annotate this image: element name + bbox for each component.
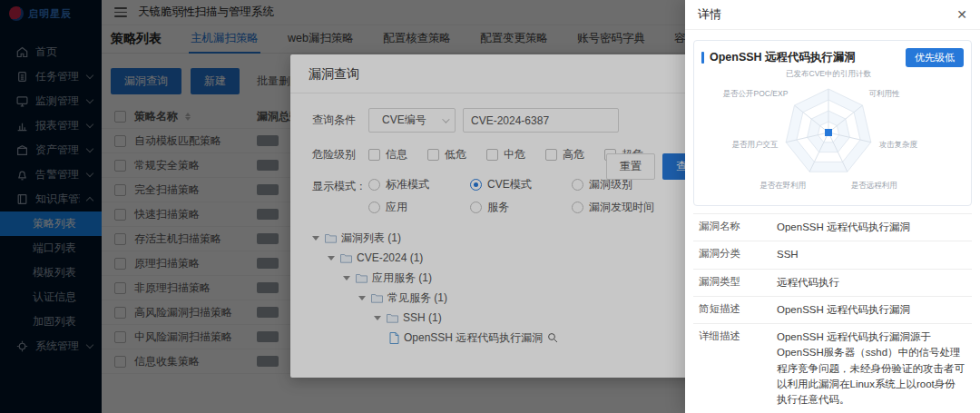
details-drawer: 详情 ✕ OpenSSH 远程代码执行漏洞 优先级低 已发布CVE中的引用计数可… <box>685 0 980 413</box>
svg-text:是否远程利用: 是否远程利用 <box>851 181 897 190</box>
screen: 启明星辰 首页任务管理监测管理报表管理资产管理告警管理知识库管理策略列表端口列表… <box>0 0 980 413</box>
detail-value: SSH <box>769 241 972 268</box>
detail-row: 简短描述OpenSSH 远程代码执行漏洞 <box>693 297 972 324</box>
detail-row: 漏洞分类SSH <box>693 241 972 269</box>
detail-row: 漏洞名称OpenSSH 远程代码执行漏洞 <box>693 214 972 241</box>
detail-value: OpenSSH 远程代码执行漏洞源于OpenSSH服务器（sshd）中的信号处理… <box>769 324 972 413</box>
vuln-card: OpenSSH 远程代码执行漏洞 优先级低 已发布CVE中的引用计数可利用性攻击… <box>693 40 972 206</box>
vuln-title: OpenSSH 远程代码执行漏洞 <box>710 50 900 65</box>
svg-text:是否用户交互: 是否用户交互 <box>731 140 779 149</box>
svg-text:是否公开POC/EXP: 是否公开POC/EXP <box>723 89 789 98</box>
svg-text:是否在野利用: 是否在野利用 <box>760 181 806 190</box>
detail-row: 漏洞类型远程代码执行 <box>693 270 972 297</box>
svg-text:可利用性: 可利用性 <box>869 89 901 98</box>
close-icon[interactable]: ✕ <box>956 8 967 21</box>
detail-label: 漏洞分类 <box>693 241 769 268</box>
detail-label: 漏洞类型 <box>693 270 769 296</box>
detail-label: 漏洞名称 <box>693 214 769 241</box>
detail-value: 远程代码执行 <box>769 270 972 296</box>
svg-text:攻击复杂度: 攻击复杂度 <box>879 140 918 149</box>
detail-label: 简短描述 <box>693 297 769 323</box>
details-table: 漏洞名称OpenSSH 远程代码执行漏洞漏洞分类SSH漏洞类型远程代码执行简短描… <box>693 213 972 413</box>
detail-label: 详细描述 <box>693 324 769 413</box>
drawer-title: 详情 <box>698 6 721 23</box>
detail-value: OpenSSH 远程代码执行漏洞 <box>769 214 972 241</box>
title-accent-bar <box>701 52 704 64</box>
detail-row: 详细描述OpenSSH 远程代码执行漏洞源于OpenSSH服务器（sshd）中的… <box>693 324 972 413</box>
svg-text:已发布CVE中的引用计数: 已发布CVE中的引用计数 <box>786 69 871 78</box>
priority-badge[interactable]: 优先级低 <box>906 48 964 67</box>
radar-chart: 已发布CVE中的引用计数可利用性攻击复杂度是否远程利用是否在野利用是否用户交互是… <box>701 67 964 203</box>
detail-value: OpenSSH 远程代码执行漏洞 <box>769 297 972 323</box>
